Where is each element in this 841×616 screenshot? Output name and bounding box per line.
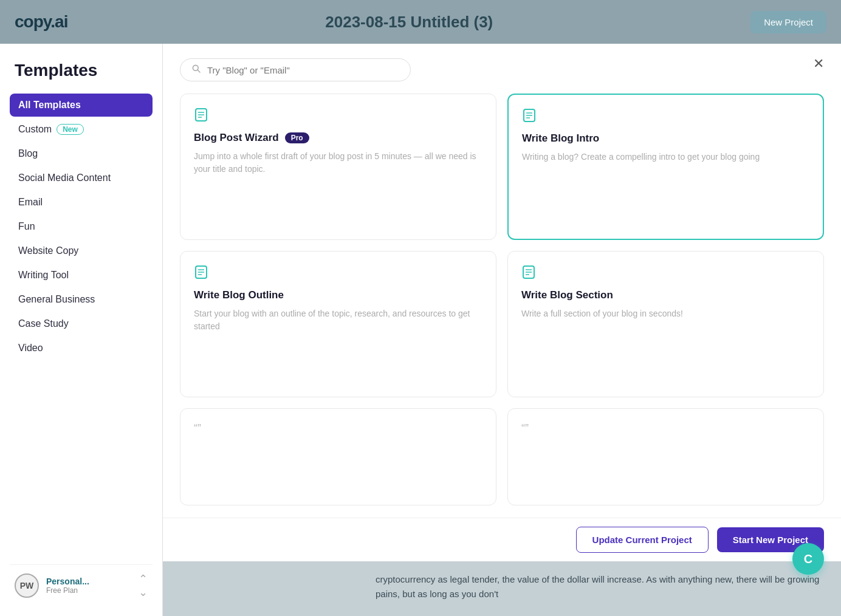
sidebar-item-label: Custom [18, 124, 52, 135]
bottom-text-area: cryptocurrency as legal tender, the valu… [163, 561, 841, 616]
sidebar-item-label: Blog [18, 148, 38, 159]
sidebar-item-label: Website Copy [18, 245, 78, 256]
sidebar-item-all-templates[interactable]: All Templates [10, 94, 153, 117]
card-description: Start your blog with an outline of the t… [194, 307, 482, 333]
card-title-row: Write Blog Outline [194, 289, 482, 301]
sidebar-item-general-business[interactable]: General Business [10, 288, 153, 311]
card-icon [521, 265, 810, 283]
user-name: Personal... [46, 577, 89, 586]
search-icon [191, 64, 201, 76]
templates-grid: Blog Post Wizard Pro Jump into a whole f… [163, 81, 841, 518]
search-bar[interactable] [180, 58, 411, 81]
template-card-write-blog-outline[interactable]: Write Blog Outline Start your blog with … [180, 251, 496, 397]
project-title: 2023-08-15 Untitled (3) [325, 13, 493, 32]
card-title-row: Blog Post Wizard Pro [194, 132, 482, 144]
sidebar-user-area[interactable]: PW Personal... Free Plan ⌃⌄ [10, 564, 153, 606]
sidebar-item-writing-tool[interactable]: Writing Tool [10, 264, 153, 287]
card-icon [194, 265, 482, 283]
user-info: Personal... Free Plan [46, 577, 89, 595]
sidebar-item-case-study[interactable]: Case Study [10, 312, 153, 335]
bottom-text: cryptocurrency as legal tender, the valu… [376, 574, 819, 599]
sidebar-item-email[interactable]: Email [10, 191, 153, 214]
user-plan: Free Plan [46, 586, 89, 595]
template-card-blog-post-wizard[interactable]: Blog Post Wizard Pro Jump into a whole f… [180, 94, 496, 240]
update-current-project-button[interactable]: Update Current Project [576, 527, 709, 553]
svg-line-1 [197, 70, 200, 72]
sidebar: Templates All Templates Custom New Blog … [0, 44, 163, 616]
topbar: copy.ai 2023-08-15 Untitled (3) New Proj… [0, 0, 841, 44]
card-title: Write Blog Intro [522, 132, 599, 145]
sidebar-item-label: General Business [18, 294, 95, 305]
sidebar-title: Templates [10, 61, 153, 80]
card-description: Writing a blog? Create a compelling intr… [522, 151, 809, 163]
card-title: Write Blog Section [521, 289, 613, 301]
template-card-partial-1[interactable]: “” [180, 408, 496, 505]
sidebar-item-label: Social Media Content [18, 173, 111, 183]
card-description: Jump into a whole first draft of your bl… [194, 150, 482, 176]
card-icon [194, 108, 482, 126]
pro-badge: Pro [285, 132, 309, 143]
new-project-button[interactable]: New Project [750, 11, 826, 33]
card-description: Write a full section of your blog in sec… [521, 307, 810, 320]
template-card-partial-2[interactable]: “” [507, 408, 824, 505]
search-input[interactable] [207, 65, 399, 75]
sidebar-item-label: Email [18, 197, 43, 208]
close-button[interactable]: ✕ [813, 56, 824, 72]
new-badge: New [57, 124, 84, 135]
avatar: PW [15, 573, 39, 598]
panel-header: ✕ [163, 44, 841, 81]
card-title-row: Write Blog Section [521, 289, 810, 301]
sidebar-item-social-media[interactable]: Social Media Content [10, 166, 153, 190]
logo: copy.ai [15, 12, 67, 32]
sidebar-item-label: Video [18, 343, 43, 354]
card-icon: “” [521, 422, 810, 435]
card-icon [522, 108, 809, 126]
sidebar-item-label: All Templates [18, 100, 81, 111]
chat-fab-button[interactable]: C [792, 543, 824, 575]
sidebar-item-label: Case Study [18, 318, 69, 329]
card-title: Blog Post Wizard [194, 132, 279, 144]
template-card-write-blog-section[interactable]: Write Blog Section Write a full section … [507, 251, 824, 397]
card-title-row: Write Blog Intro [522, 132, 809, 145]
card-title: Write Blog Outline [194, 289, 284, 301]
sidebar-item-label: Writing Tool [18, 270, 69, 281]
template-panel: ✕ Blog Post Wizard [163, 44, 841, 561]
template-card-write-blog-intro[interactable]: Write Blog Intro Writing a blog? Create … [507, 94, 824, 240]
sidebar-item-website-copy[interactable]: Website Copy [10, 239, 153, 262]
sidebar-item-blog[interactable]: Blog [10, 142, 153, 165]
content-area: ✕ Blog Post Wizard [163, 44, 841, 616]
sidebar-item-video[interactable]: Video [10, 337, 153, 360]
sidebar-item-custom[interactable]: Custom New [10, 118, 153, 141]
sidebar-item-label: Fun [18, 221, 35, 232]
sidebar-item-fun[interactable]: Fun [10, 215, 153, 238]
expand-icon[interactable]: ⌃⌄ [139, 572, 148, 599]
bottom-action-bar: Update Current Project Start New Project [163, 518, 841, 561]
card-icon: “” [194, 422, 482, 435]
main-layout: Templates All Templates Custom New Blog … [0, 44, 841, 616]
